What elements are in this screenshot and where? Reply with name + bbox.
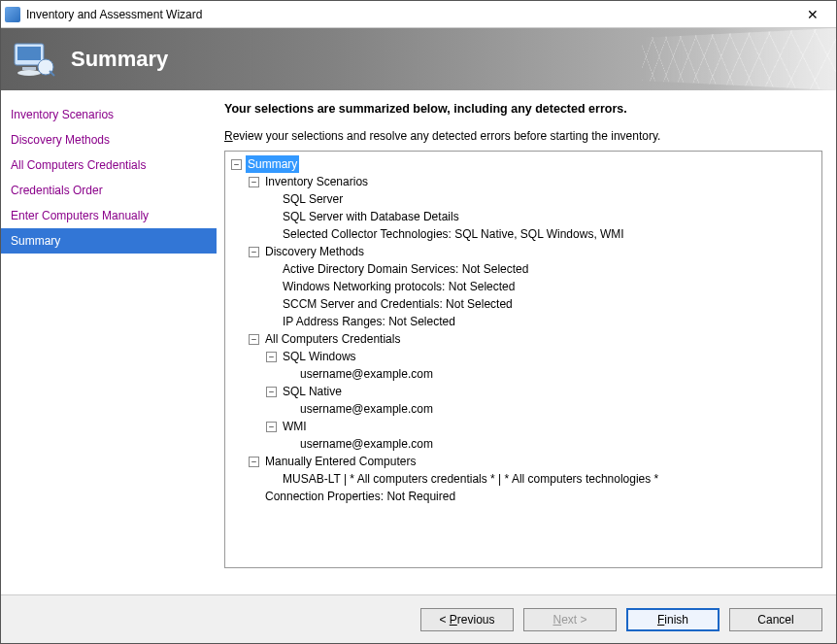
collapse-icon[interactable]: −	[266, 422, 277, 432]
tree-node-label[interactable]: username@example.com	[298, 400, 435, 418]
wizard-banner: Summary	[1, 28, 836, 90]
tree-node[interactable]: SQL Server	[229, 190, 818, 208]
svg-point-3	[17, 70, 41, 76]
tree-node-label[interactable]: SQL Server with Database Details	[281, 208, 461, 225]
svg-rect-1	[17, 47, 41, 60]
tree-node-label[interactable]: All Computers Credentials	[263, 330, 402, 348]
tree-node[interactable]: −Manually Entered Computers	[229, 453, 818, 470]
sidebar-item-credentials-order[interactable]: Credentials Order	[1, 178, 217, 203]
tree-node[interactable]: SQL Server with Database Details	[229, 208, 818, 225]
tree-node-label[interactable]: Summary	[246, 155, 299, 173]
wizard-footer: < Previous Next > Finish Cancel	[1, 594, 836, 643]
tree-node-label[interactable]: MUSAB-LT | * All computers credentials *…	[281, 470, 660, 488]
tree-node-label[interactable]: IP Address Ranges: Not Selected	[281, 313, 457, 330]
window-title: Inventory and Assessment Wizard	[26, 8, 793, 21]
tree-node-label[interactable]: SCCM Server and Credentials: Not Selecte…	[281, 295, 515, 313]
sidebar-item-summary[interactable]: Summary	[1, 228, 217, 254]
summary-tree-pane[interactable]: −Summary−Inventory ScenariosSQL ServerSQ…	[224, 151, 822, 568]
tree-node[interactable]: −Summary	[229, 155, 818, 173]
tree-node[interactable]: IP Address Ranges: Not Selected	[229, 313, 818, 330]
tree-node[interactable]: MUSAB-LT | * All computers credentials *…	[229, 470, 818, 488]
collapse-icon[interactable]: −	[249, 334, 259, 345]
tree-node-label[interactable]: username@example.com	[298, 435, 435, 453]
collapse-icon[interactable]: −	[266, 387, 277, 397]
collapse-icon[interactable]: −	[231, 159, 242, 170]
finish-button[interactable]: Finish	[626, 608, 720, 631]
tree-node-label[interactable]: SQL Server	[281, 190, 345, 208]
sidebar-item-inventory-scenarios[interactable]: Inventory Scenarios	[1, 102, 217, 127]
sidebar-item-discovery-methods[interactable]: Discovery Methods	[1, 127, 217, 153]
svg-rect-2	[22, 67, 36, 70]
tree-node-label[interactable]: Active Directory Domain Services: Not Se…	[281, 260, 530, 278]
previous-button[interactable]: < Previous	[420, 608, 514, 631]
tree-node[interactable]: −SQL Windows	[229, 348, 818, 365]
tree-node[interactable]: Windows Networking protocols: Not Select…	[229, 278, 818, 295]
collapse-icon[interactable]: −	[249, 457, 259, 467]
tree-node-label[interactable]: SQL Windows	[281, 348, 358, 365]
next-button: Next >	[523, 608, 617, 631]
tree-node-label[interactable]: Manually Entered Computers	[263, 453, 418, 470]
banner-computer-icon	[13, 40, 55, 79]
tree-node[interactable]: −All Computers Credentials	[229, 330, 818, 348]
tree-node[interactable]: username@example.com	[229, 435, 818, 453]
banner-decoration	[642, 28, 836, 90]
tree-node-label[interactable]: Discovery Methods	[263, 243, 366, 260]
sidebar-item-enter-computers-manually[interactable]: Enter Computers Manually	[1, 203, 217, 228]
app-icon	[5, 7, 20, 22]
title-bar: Inventory and Assessment Wizard ✕	[1, 1, 836, 28]
cancel-button[interactable]: Cancel	[729, 608, 822, 631]
tree-node-label[interactable]: Windows Networking protocols: Not Select…	[281, 278, 517, 295]
tree-node[interactable]: Selected Collector Technologies: SQL Nat…	[229, 225, 818, 243]
tree-node[interactable]: Connection Properties: Not Required	[229, 488, 818, 505]
tree-node[interactable]: username@example.com	[229, 365, 818, 383]
tree-node[interactable]: −Discovery Methods	[229, 243, 818, 260]
tree-node-label[interactable]: Inventory Scenarios	[263, 173, 370, 190]
tree-node[interactable]: −Inventory Scenarios	[229, 173, 818, 190]
collapse-icon[interactable]: −	[249, 247, 259, 257]
tree-node-label[interactable]: Connection Properties: Not Required	[263, 488, 457, 505]
tree-node-label[interactable]: Selected Collector Technologies: SQL Nat…	[281, 225, 626, 243]
tree-node[interactable]: Active Directory Domain Services: Not Se…	[229, 260, 818, 278]
tree-node-label[interactable]: WMI	[281, 418, 309, 435]
sidebar-item-all-computers-credentials[interactable]: All Computers Credentials	[1, 153, 217, 178]
tree-node[interactable]: SCCM Server and Credentials: Not Selecte…	[229, 295, 818, 313]
tree-node[interactable]: username@example.com	[229, 400, 818, 418]
collapse-icon[interactable]: −	[249, 177, 259, 187]
tree-node[interactable]: −WMI	[229, 418, 818, 435]
close-icon[interactable]: ✕	[793, 3, 832, 26]
tree-node-label[interactable]: SQL Native	[281, 383, 344, 400]
tree-node[interactable]: −SQL Native	[229, 383, 818, 400]
summary-heading: Your selections are summarized below, in…	[224, 102, 822, 116]
main-panel: Your selections are summarized below, in…	[217, 90, 836, 594]
page-title: Summary	[71, 47, 168, 72]
wizard-steps-sidebar: Inventory ScenariosDiscovery MethodsAll …	[1, 90, 217, 594]
collapse-icon[interactable]: −	[266, 352, 277, 362]
summary-subtext: Review your selections and resolve any d…	[224, 129, 822, 143]
tree-node-label[interactable]: username@example.com	[298, 365, 435, 383]
